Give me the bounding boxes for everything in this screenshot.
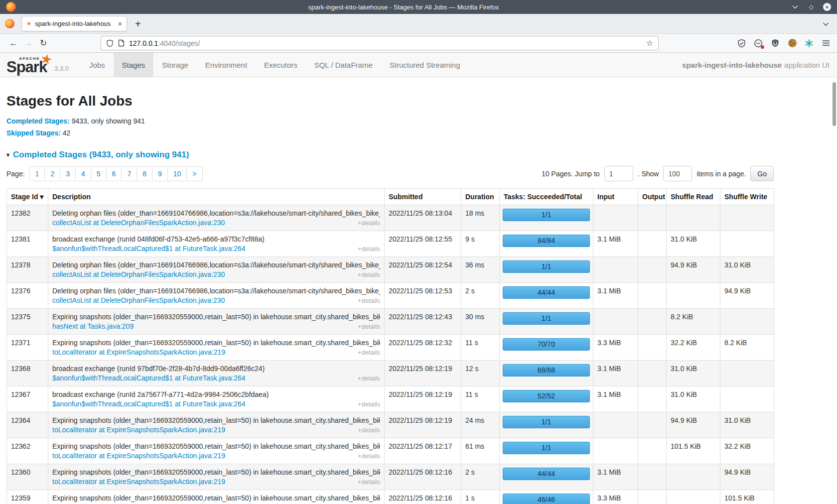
container-mask-extension-icon[interactable] xyxy=(753,38,763,48)
page-button-3[interactable]: 3 xyxy=(60,166,76,181)
submitted-cell: 2022/11/25 08:12:32 xyxy=(385,335,461,361)
column-header-output[interactable]: Output xyxy=(638,189,667,205)
stage-id-cell: 12360 xyxy=(7,464,48,490)
pages-summary-mid: . Show xyxy=(638,170,659,178)
shuffle-write-cell: 8.2 KiB xyxy=(720,335,774,361)
page-button-1[interactable]: 1 xyxy=(29,166,45,181)
details-toggle[interactable]: +details xyxy=(358,375,380,382)
shuffle-write-cell: 94.9 KiB xyxy=(720,283,774,309)
shield-check-extension-icon[interactable] xyxy=(736,38,746,48)
details-toggle[interactable]: +details xyxy=(358,452,380,460)
column-header-duration[interactable]: Duration xyxy=(461,189,500,205)
page-info-icon[interactable] xyxy=(118,39,125,47)
stage-detail-link[interactable]: $anonfun$withThreadLocalCaptured$1 at Fu… xyxy=(52,245,246,252)
details-toggle[interactable]: +details xyxy=(358,271,380,278)
table-row: 12382Deleting orphan files (older_than=1… xyxy=(7,205,774,231)
page-button-next[interactable]: > xyxy=(187,166,202,181)
back-button[interactable]: ← xyxy=(6,38,21,48)
stage-detail-link[interactable]: toLocalIterator at ExpireSnapshotsSparkA… xyxy=(52,348,225,356)
stage-detail-link[interactable]: hasNext at Tasks.java:209 xyxy=(52,322,134,330)
skipped-stages-link[interactable]: Skipped Stages: xyxy=(6,129,61,137)
nav-item-executors[interactable]: Executors xyxy=(256,53,306,77)
snowflake-extension-icon[interactable] xyxy=(804,38,814,48)
column-header-tasks-succeeded-total[interactable]: Tasks: Succeeded/Total xyxy=(500,189,593,205)
reload-button[interactable]: ↻ xyxy=(36,38,51,48)
minimize-button[interactable] xyxy=(791,3,799,11)
column-header-submitted[interactable]: Submitted xyxy=(385,189,461,205)
stage-detail-link[interactable]: toLocalIterator at ExpireSnapshotsSparkA… xyxy=(52,426,225,434)
menu-hamburger-icon[interactable] xyxy=(821,38,831,48)
maximize-button[interactable]: ◇ xyxy=(807,3,815,11)
column-header-input[interactable]: Input xyxy=(593,189,638,205)
browser-tab[interactable]: ★ spark-ingest-into-lakehous × xyxy=(21,16,127,31)
items-per-page-input[interactable] xyxy=(663,166,692,181)
nav-item-sql-dataframe[interactable]: SQL / DataFrame xyxy=(306,53,381,77)
description-cell: Deleting orphan files (older_than=166910… xyxy=(48,205,385,231)
list-tabs-chevron-icon[interactable] xyxy=(823,19,832,28)
details-toggle[interactable]: +details xyxy=(358,297,380,304)
tasks-cell: 1/1 xyxy=(500,205,593,231)
details-toggle[interactable]: +details xyxy=(358,219,380,227)
stage-detail-link[interactable]: collectAsList at DeleteOrphanFilesSparkA… xyxy=(52,219,225,227)
details-toggle[interactable]: +details xyxy=(358,426,380,434)
url-text: 127.0.0.1:4040/stages/ xyxy=(129,39,200,47)
duration-cell: 61 ms xyxy=(461,438,500,464)
details-toggle[interactable]: +details xyxy=(358,245,380,252)
details-toggle[interactable]: +details xyxy=(358,400,380,408)
stage-detail-link[interactable]: collectAsList at DeleteOrphanFilesSparkA… xyxy=(52,270,225,278)
url-bar[interactable]: 127.0.0.1:4040/stages/ ☆ xyxy=(101,36,659,50)
tasks-cell: 84/84 xyxy=(500,231,593,257)
close-window-button[interactable]: × xyxy=(823,3,831,11)
stage-detail-link[interactable]: collectAsList at DeleteOrphanFilesSparkA… xyxy=(52,296,225,304)
tasks-progress-bar: 1/1 xyxy=(503,416,590,428)
completed-stages-section-header[interactable]: ▾ Completed Stages (9433, only showing 9… xyxy=(6,150,831,160)
page-button-5[interactable]: 5 xyxy=(91,166,107,181)
cookie-extension-icon[interactable] xyxy=(787,38,797,48)
stage-detail-link[interactable]: toLocalIterator at ExpireSnapshotsSparkA… xyxy=(52,452,225,460)
stage-detail-link[interactable]: toLocalIterator at ExpireSnapshotsSparkA… xyxy=(52,478,225,486)
description-cell: Deleting orphan files (older_than=166910… xyxy=(48,257,385,283)
page-button-6[interactable]: 6 xyxy=(107,166,122,181)
table-row: 12376Deleting orphan files (older_than=1… xyxy=(7,283,774,309)
page-button-4[interactable]: 4 xyxy=(76,166,91,181)
submitted-cell: 2022/11/25 08:12:16 xyxy=(385,464,461,490)
jump-to-page-input[interactable] xyxy=(604,166,633,181)
description-cell: Expiring snapshots (older_than=166932055… xyxy=(48,309,385,335)
completed-stages-link[interactable]: Completed Stages: xyxy=(6,117,70,125)
tracking-protection-shield-icon[interactable] xyxy=(106,39,114,47)
spark-navbar: APACHE Spark ★ 3.3.0 JobsStagesStorageEn… xyxy=(0,53,837,77)
nav-item-storage[interactable]: Storage xyxy=(153,53,197,77)
table-row: 12375Expiring snapshots (older_than=1669… xyxy=(7,309,774,335)
column-header-stage-id[interactable]: Stage Id ▾ xyxy=(7,189,48,205)
go-button[interactable]: Go xyxy=(750,166,774,181)
page-button-9[interactable]: 9 xyxy=(152,166,168,181)
column-header-shuffle-read[interactable]: Shuffle Read xyxy=(667,189,720,205)
tab-bar: ★ spark-ingest-into-lakehous × + xyxy=(0,14,837,34)
stage-detail-link[interactable]: $anonfun$withThreadLocalCaptured$1 at Fu… xyxy=(52,400,246,408)
cookie-icon xyxy=(788,39,797,47)
nav-item-environment[interactable]: Environment xyxy=(197,53,256,77)
ublock-shield-extension-icon[interactable] xyxy=(770,38,780,48)
stage-detail-link[interactable]: $anonfun$withThreadLocalCaptured$1 at Fu… xyxy=(52,374,246,382)
page-button-8[interactable]: 8 xyxy=(137,166,152,181)
column-header-description[interactable]: Description xyxy=(48,189,385,205)
details-toggle[interactable]: +details xyxy=(358,323,380,330)
bookmark-star-icon[interactable]: ☆ xyxy=(646,38,653,48)
nav-item-stages[interactable]: Stages xyxy=(114,53,154,77)
page-button-2[interactable]: 2 xyxy=(45,166,60,181)
page-button-10[interactable]: 10 xyxy=(168,166,187,181)
details-toggle[interactable]: +details xyxy=(358,349,380,356)
stage-id-cell: 12368 xyxy=(7,361,48,386)
details-toggle[interactable]: +details xyxy=(358,478,380,486)
new-tab-button[interactable]: + xyxy=(135,19,141,29)
nav-item-jobs[interactable]: Jobs xyxy=(81,53,114,77)
page-button-7[interactable]: 7 xyxy=(122,166,137,181)
output-cell xyxy=(638,309,667,335)
nav-item-structured-streaming[interactable]: Structured Streaming xyxy=(381,53,469,77)
scrollbar-thumb[interactable] xyxy=(833,82,836,126)
column-header-shuffle-write[interactable]: Shuffle Write xyxy=(720,189,774,205)
tab-close-icon[interactable]: × xyxy=(118,20,122,28)
forward-button[interactable]: → xyxy=(21,38,36,48)
spark-logo[interactable]: APACHE Spark ★ xyxy=(6,53,53,77)
firefox-view-icon[interactable] xyxy=(5,19,14,28)
